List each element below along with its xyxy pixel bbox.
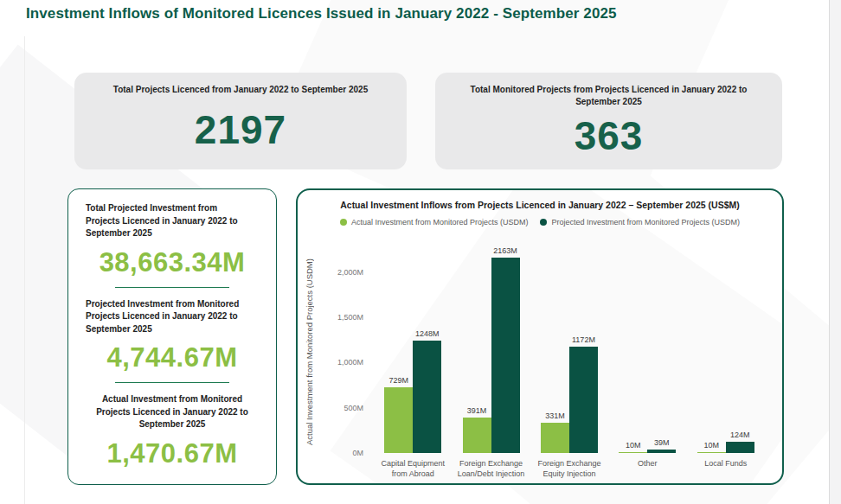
summary-value-total-projected: 38,663.34M bbox=[86, 247, 259, 278]
bar-group: 331M1172M bbox=[541, 335, 598, 453]
chart-legend: Actual Investment from Monitored Project… bbox=[298, 218, 782, 226]
y-axis-tick-label: 1,500M bbox=[337, 313, 363, 322]
page-edge-divider bbox=[829, 0, 830, 504]
bar-column: 1248M bbox=[413, 329, 441, 453]
y-axis-tick-label: 1,000M bbox=[337, 358, 363, 367]
stat-card-total-projects: Total Projects Licenced from January 202… bbox=[74, 73, 407, 169]
divider bbox=[115, 382, 229, 383]
bar-value-label: 39M bbox=[654, 438, 670, 447]
stat-card-monitored-projects: Total Monitored Projects from Projects L… bbox=[435, 73, 782, 169]
stat-card-label: Total Projects Licenced from January 202… bbox=[74, 84, 407, 96]
bar-projected[interactable] bbox=[491, 258, 520, 453]
summary-label-projected-monitored: Projected Investment from Monitored Proj… bbox=[86, 298, 259, 336]
bar-column: 10M bbox=[619, 441, 647, 453]
bar-group: 10M124M bbox=[697, 431, 754, 453]
bar-group: 10M39M bbox=[619, 438, 676, 453]
bar-column: 729M bbox=[384, 376, 413, 453]
bar-value-label: 10M bbox=[703, 441, 719, 450]
bar-value-label: 391M bbox=[467, 406, 487, 415]
stat-card-value: 363 bbox=[435, 108, 782, 169]
bar-actual[interactable] bbox=[384, 387, 413, 453]
y-axis-tick-label: 500M bbox=[343, 404, 363, 412]
bar-column: 391M bbox=[463, 406, 491, 453]
bar-group: 391M2163M bbox=[463, 246, 520, 453]
stat-card-label: Total Monitored Projects from Projects L… bbox=[435, 84, 782, 108]
bar-value-label: 10M bbox=[626, 441, 641, 450]
category-label: Other bbox=[608, 458, 686, 479]
summary-label-total-projected: Total Projected Investment from Projects… bbox=[86, 202, 259, 240]
bar-group: 729M1248M bbox=[384, 329, 441, 453]
bar-column: 2163M bbox=[491, 246, 520, 453]
category-label: Foreign Exchange Equity Injection bbox=[530, 458, 608, 479]
bar-column: 39M bbox=[647, 438, 676, 453]
bar-actual[interactable] bbox=[697, 452, 726, 453]
bar-actual[interactable] bbox=[541, 423, 569, 453]
plot-area: 729M1248M391M2163M331M1172M10M39M10M124M bbox=[374, 254, 765, 453]
bar-column: 331M bbox=[541, 411, 569, 453]
legend-item-projected[interactable]: Projected Investment from Monitored Proj… bbox=[540, 218, 740, 226]
legend-item-actual[interactable]: Actual Investment from Monitored Project… bbox=[340, 218, 529, 226]
summary-label-actual-monitored: Actual Investment from Monitored Project… bbox=[86, 393, 259, 431]
page-edge-strip bbox=[830, 0, 841, 504]
category-label: Foreign Exchange Loan/Debt Injection bbox=[453, 458, 530, 479]
bar-value-label: 729M bbox=[388, 376, 408, 385]
bar-projected[interactable] bbox=[647, 450, 676, 453]
summary-panel: Total Projected Investment from Projects… bbox=[67, 188, 277, 485]
bar-projected[interactable] bbox=[726, 442, 754, 453]
bar-column: 124M bbox=[726, 431, 754, 453]
bar-value-label: 1248M bbox=[415, 329, 440, 338]
bar-actual[interactable] bbox=[463, 418, 491, 453]
x-axis-labels: Capital Equipment from AbroadForeign Exc… bbox=[374, 458, 765, 479]
legend-marker-actual-icon bbox=[340, 219, 347, 226]
divider bbox=[115, 287, 229, 288]
legend-label-projected: Projected Investment from Monitored Proj… bbox=[551, 218, 740, 226]
bar-value-label: 2163M bbox=[493, 246, 517, 255]
legend-label-actual: Actual Investment from Monitored Project… bbox=[351, 218, 529, 226]
summary-value-actual-monitored: 1,470.67M bbox=[86, 438, 259, 469]
bar-projected[interactable] bbox=[569, 347, 598, 453]
stat-card-value: 2197 bbox=[74, 96, 407, 169]
chart-title: Actual Investment Inflows from Projects … bbox=[298, 200, 782, 210]
bar-value-label: 1172M bbox=[572, 335, 595, 344]
page-title: Investment Inflows of Monitored Licences… bbox=[26, 5, 617, 22]
bar-actual[interactable] bbox=[619, 452, 647, 453]
y-axis-ticks: 0M500M1,000M1,500M2,000M bbox=[298, 254, 363, 453]
summary-value-projected-monitored: 4,744.67M bbox=[86, 342, 259, 373]
bar-value-label: 331M bbox=[545, 411, 565, 420]
category-label: Local Funds bbox=[687, 458, 765, 479]
x-axis-title: Type of Capital bbox=[374, 482, 765, 485]
category-label: Capital Equipment from Abroad bbox=[374, 458, 452, 479]
bar-column: 1172M bbox=[569, 335, 598, 453]
content-left-border bbox=[24, 36, 25, 504]
y-axis-tick-label: 0M bbox=[352, 449, 363, 457]
bar-value-label: 124M bbox=[730, 431, 750, 439]
bar-column: 10M bbox=[697, 441, 726, 453]
legend-marker-projected-icon bbox=[540, 219, 547, 226]
chart-panel: Actual Investment Inflows from Projects … bbox=[296, 188, 784, 485]
y-axis-tick-label: 2,000M bbox=[337, 268, 363, 277]
bar-projected[interactable] bbox=[413, 341, 441, 453]
